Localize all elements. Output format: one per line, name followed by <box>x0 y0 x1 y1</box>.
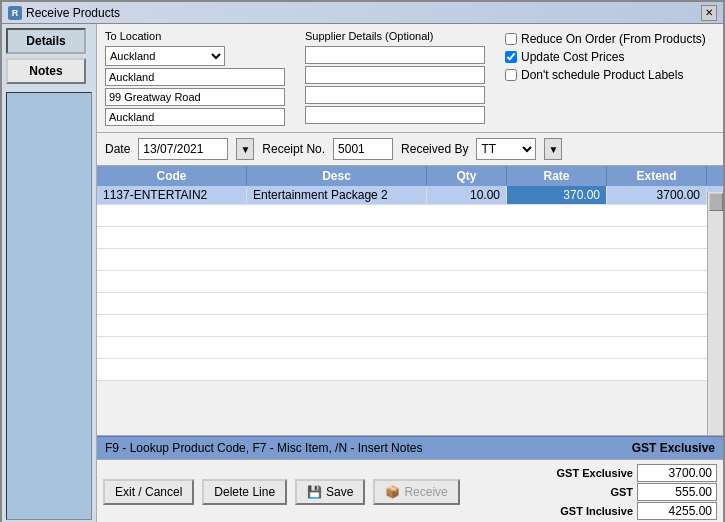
main-content: To Location Auckland Supplier Details (O… <box>97 24 723 522</box>
to-location-section: To Location Auckland <box>105 30 285 126</box>
location-dropdown[interactable]: Auckland <box>105 46 225 66</box>
supplier-details-section: Supplier Details (Optional) <box>305 30 485 124</box>
table-row-empty-8[interactable] <box>97 359 723 381</box>
table-row-empty-5[interactable] <box>97 293 723 315</box>
scrollbar-thumb[interactable] <box>709 193 723 211</box>
gst-value <box>637 483 717 501</box>
to-location-label: To Location <box>105 30 285 42</box>
gst-row: GST <box>533 483 717 501</box>
cell-desc: Entertainment Package 2 <box>247 186 427 204</box>
sidebar: Details Notes <box>2 24 97 522</box>
date-row: Date ▼ Receipt No. Received By TT ▼ <box>97 133 723 166</box>
table-header: Code Desc Qty Rate Extend <box>97 166 723 186</box>
supplier-field-4[interactable] <box>305 106 485 124</box>
table-row-empty-3[interactable] <box>97 249 723 271</box>
gst-label: GST <box>533 486 633 498</box>
col-header-scroll <box>707 166 723 186</box>
top-form: To Location Auckland Supplier Details (O… <box>97 24 723 133</box>
options-section: Reduce On Order (From Products) Update C… <box>505 30 706 82</box>
gst-exclusive-label: GST Exclusive <box>533 467 633 479</box>
supplier-field-3[interactable] <box>305 86 485 104</box>
supplier-field-1[interactable] <box>305 46 485 64</box>
cell-code: 1137-ENTERTAIN2 <box>97 186 247 204</box>
col-header-desc: Desc <box>247 166 427 186</box>
col-header-rate: Rate <box>507 166 607 186</box>
details-tab-button[interactable]: Details <box>6 28 86 54</box>
col-header-extend: Extend <box>607 166 707 186</box>
cell-qty: 10.00 <box>427 186 507 204</box>
save-button[interactable]: 💾 Save <box>295 479 365 505</box>
table-row-empty-2[interactable] <box>97 227 723 249</box>
table-row[interactable]: 1137-ENTERTAIN2 Entertainment Package 2 … <box>97 186 723 205</box>
col-header-qty: Qty <box>427 166 507 186</box>
location-field-3[interactable] <box>105 108 285 126</box>
supplier-field-2[interactable] <box>305 66 485 84</box>
gst-inclusive-row: GST Inclusive <box>533 502 717 520</box>
vertical-scrollbar[interactable] <box>707 192 723 435</box>
dont-schedule-checkbox[interactable] <box>505 69 517 81</box>
receive-button[interactable]: 📦 Receive <box>373 479 459 505</box>
received-by-label: Received By <box>401 142 468 156</box>
update-cost-prices-label: Update Cost Prices <box>521 50 624 64</box>
bottom-area: Exit / Cancel Delete Line 💾 Save 📦 Recei… <box>97 459 723 522</box>
notes-tab-button[interactable]: Notes <box>6 58 86 84</box>
update-cost-prices-checkbox[interactable] <box>505 51 517 63</box>
main-window: R Receive Products ✕ Details Notes To Lo… <box>0 0 725 522</box>
location-field-1[interactable] <box>105 68 285 86</box>
save-icon: 💾 <box>307 485 322 499</box>
gst-exclusive-row: GST Exclusive <box>533 464 717 482</box>
products-table: Code Desc Qty Rate Extend 1137-ENTERTAIN… <box>97 166 723 436</box>
table-row-empty-7[interactable] <box>97 337 723 359</box>
app-icon: R <box>8 6 22 20</box>
title-bar: R Receive Products ✕ <box>2 2 723 24</box>
gst-inclusive-label: GST Inclusive <box>533 505 633 517</box>
status-bar: F9 - Lookup Product Code, F7 - Misc Item… <box>97 436 723 459</box>
table-row-empty-4[interactable] <box>97 271 723 293</box>
button-area: Exit / Cancel Delete Line 💾 Save 📦 Recei… <box>103 464 521 520</box>
notes-area <box>6 92 92 520</box>
dont-schedule-label: Don't schedule Product Labels <box>521 68 683 82</box>
receive-icon: 📦 <box>385 485 400 499</box>
reduce-on-order-label: Reduce On Order (From Products) <box>521 32 706 46</box>
location-field-2[interactable] <box>105 88 285 106</box>
delete-line-button[interactable]: Delete Line <box>202 479 287 505</box>
gst-exclusive-status-label: GST Exclusive <box>632 441 715 455</box>
totals-area: GST Exclusive GST GST Inclusive <box>527 460 723 522</box>
gst-exclusive-value <box>637 464 717 482</box>
window-title: Receive Products <box>26 6 120 20</box>
gst-inclusive-value <box>637 502 717 520</box>
supplier-details-label: Supplier Details (Optional) <box>305 30 485 42</box>
date-label: Date <box>105 142 130 156</box>
close-button[interactable]: ✕ <box>701 5 717 21</box>
table-row-empty-6[interactable] <box>97 315 723 337</box>
date-picker-button[interactable]: ▼ <box>236 138 254 160</box>
received-by-select[interactable]: TT <box>476 138 536 160</box>
exit-cancel-button[interactable]: Exit / Cancel <box>103 479 194 505</box>
reduce-on-order-checkbox[interactable] <box>505 33 517 45</box>
cell-rate: 370.00 <box>507 186 607 204</box>
table-row-empty-1[interactable] <box>97 205 723 227</box>
status-text: F9 - Lookup Product Code, F7 - Misc Item… <box>105 441 422 455</box>
col-header-code: Code <box>97 166 247 186</box>
received-by-dropdown-button[interactable]: ▼ <box>544 138 562 160</box>
cell-extend: 3700.00 <box>607 186 707 204</box>
table-body: 1137-ENTERTAIN2 Entertainment Package 2 … <box>97 186 723 429</box>
receipt-input[interactable] <box>333 138 393 160</box>
date-input[interactable] <box>138 138 228 160</box>
receipt-label: Receipt No. <box>262 142 325 156</box>
